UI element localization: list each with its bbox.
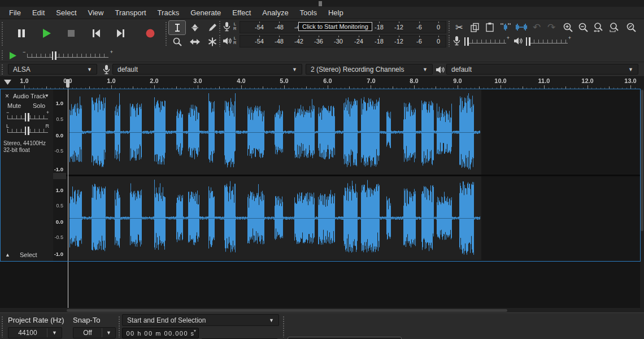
audio-position-display[interactable]: 00 h 00 m 00 s ▼	[288, 337, 402, 339]
tools-toolbar-grip[interactable]	[165, 21, 168, 46]
multi-tool-button[interactable]	[204, 35, 220, 49]
fit-selection-button[interactable]	[591, 21, 607, 33]
selection-start-field[interactable]: 00 h 00 m 00.000 s ▼	[122, 328, 199, 338]
cut-button[interactable]: ✂	[452, 21, 466, 33]
audio-host-select[interactable]: ALSA▼	[8, 64, 97, 75]
ruler-label: 10.0	[494, 77, 506, 84]
timeline-ruler[interactable]: 1.0 0.0 1.0 2.0 3.0 4.0 5.0 6.0 7.0 8.0 …	[0, 77, 644, 89]
transport-toolbar-grip[interactable]	[1, 21, 4, 46]
recording-volume-slider[interactable]: +	[463, 36, 510, 46]
vruler-label: -1.0	[54, 166, 63, 172]
menu-select[interactable]: Select	[50, 7, 82, 18]
draw-tool-button[interactable]	[204, 21, 220, 34]
menu-view[interactable]: View	[82, 7, 110, 18]
device-toolbar: ALSA▼ default▼ 2 (Stereo) Recording Chan…	[0, 62, 644, 77]
skip-to-end-icon	[116, 29, 126, 38]
solo-button[interactable]: Solo	[33, 102, 45, 109]
play-speed-thumb[interactable]	[52, 51, 56, 60]
playback-volume-thumb[interactable]	[526, 37, 530, 46]
mixer-toolbar-grip[interactable]	[448, 34, 451, 47]
selection-toolbar-grip[interactable]	[1, 316, 4, 337]
ruler-label: 4.0	[237, 77, 245, 84]
monitoring-tooltip[interactable]: Click to Start Monitoring	[298, 22, 372, 31]
paste-button[interactable]	[483, 21, 497, 33]
pan-thumb[interactable]	[25, 127, 29, 135]
stop-button[interactable]	[61, 23, 81, 44]
waveform-right-channel[interactable]	[66, 176, 640, 260]
skip-to-end-button[interactable]	[111, 23, 131, 44]
time-toolbar-grip[interactable]	[118, 316, 121, 337]
track-title[interactable]: Audio Track	[13, 93, 46, 99]
fit-project-icon	[609, 22, 621, 33]
menu-file[interactable]: File	[3, 7, 27, 18]
waveform-left-channel[interactable]	[66, 90, 640, 175]
playhead-pin[interactable]	[66, 79, 69, 88]
zoom-in-button[interactable]	[560, 21, 575, 33]
menu-tracks[interactable]: Tracks	[152, 7, 185, 18]
silence-audio-selection-button[interactable]	[514, 21, 529, 33]
menu-analyze[interactable]: Analyze	[256, 7, 294, 18]
menu-effect[interactable]: Effect	[227, 7, 256, 18]
play-button[interactable]	[36, 23, 56, 44]
copy-button[interactable]	[468, 21, 481, 33]
undo-button[interactable]: ↶	[530, 21, 543, 33]
menu-edit[interactable]: Edit	[27, 7, 50, 18]
track-control-panel: × Audio Track ▼ Mute Solo − + L R Stereo…	[1, 89, 53, 261]
vertical-scrollbar[interactable]	[640, 89, 644, 308]
ruler-label: 3.0	[193, 77, 202, 84]
horizontal-scrollbar[interactable]	[0, 308, 644, 312]
gain-thumb[interactable]	[25, 113, 29, 121]
position-toolbar-grip[interactable]	[282, 316, 285, 337]
envelope-tool-button[interactable]	[186, 21, 203, 34]
zoom-out-button[interactable]	[576, 21, 590, 33]
play-at-speed-grip[interactable]	[1, 50, 4, 60]
playback-meter[interactable]: L R -54 -48 -42 -36 -30 -24 -18 -12 -6 0	[223, 35, 446, 47]
zoom-tool-icon	[172, 37, 182, 47]
selection-tool-button[interactable]	[169, 21, 185, 34]
snap-to-select[interactable]: Off ▼	[73, 327, 116, 338]
play-at-speed-button[interactable]	[6, 50, 19, 61]
track-collapse-icon[interactable]: ▲	[5, 252, 10, 258]
zoom-toggle-button[interactable]	[624, 21, 638, 33]
menu-help[interactable]: Help	[323, 7, 349, 18]
horizontal-scrollbar-thumb[interactable]	[67, 309, 507, 312]
selection-mode-select[interactable]: Start and End of Selection ▼	[122, 314, 279, 326]
track-select-button[interactable]: Select	[20, 251, 37, 258]
redo-button[interactable]: ↷	[545, 21, 558, 33]
record-button[interactable]	[140, 23, 160, 44]
trim-audio-outside-selection-button[interactable]	[498, 21, 513, 33]
time-shift-tool-icon	[189, 37, 201, 46]
recording-channels-select[interactable]: 2 (Stereo) Recording Channels▼	[306, 64, 433, 75]
menu-tools[interactable]: Tools	[294, 7, 323, 18]
vertical-scrollbar-thumb[interactable]	[641, 90, 643, 231]
play-speed-slider[interactable]: − +	[23, 50, 113, 61]
recording-device-select[interactable]: default▼	[112, 64, 302, 75]
record-db-tick: -18	[375, 24, 384, 31]
gain-slider[interactable]: − +	[6, 111, 49, 122]
pan-slider[interactable]: L R	[6, 124, 49, 136]
zoom-tool-button[interactable]	[169, 35, 185, 49]
time-shift-tool-button[interactable]	[186, 35, 203, 49]
menu-transport[interactable]: Transport	[109, 7, 151, 18]
recording-volume-thumb[interactable]	[464, 37, 469, 46]
track-menu-icon[interactable]: ▼	[45, 93, 49, 98]
chevron-down-icon: ▼	[292, 67, 297, 72]
project-rate-label: Project Rate (Hz)	[8, 316, 64, 324]
playback-volume-slider[interactable]: +	[525, 36, 571, 46]
device-toolbar-grip[interactable]	[1, 64, 4, 75]
vertical-ruler[interactable]: 1.0 0.5 0.0 -0.5 -1.0 1.0 0.5 0.0 -0.5 -…	[53, 89, 66, 261]
menubar: File Edit Select View Transport Tracks G…	[0, 7, 644, 19]
ruler-label: 1.0	[20, 77, 28, 84]
pause-button[interactable]	[11, 23, 32, 44]
playback-device-select[interactable]: default▼	[446, 64, 638, 75]
fit-project-button[interactable]	[607, 21, 623, 33]
mute-button[interactable]: Mute	[7, 102, 21, 109]
track-close-button[interactable]: ×	[5, 92, 9, 100]
skip-to-start-button[interactable]	[86, 23, 106, 44]
edit-toolbar-grip[interactable]	[448, 20, 451, 33]
recording-meter[interactable]: L R -54 -48 -42 -36 -30 -24 -18 -12 -6 0…	[223, 21, 446, 33]
project-rate-select[interactable]: 44100 ▼	[8, 327, 62, 338]
track-area[interactable]: × Audio Track ▼ Mute Solo − + L R Stereo…	[0, 89, 644, 308]
microphone-icon	[102, 64, 111, 75]
menu-generate[interactable]: Generate	[185, 7, 227, 18]
